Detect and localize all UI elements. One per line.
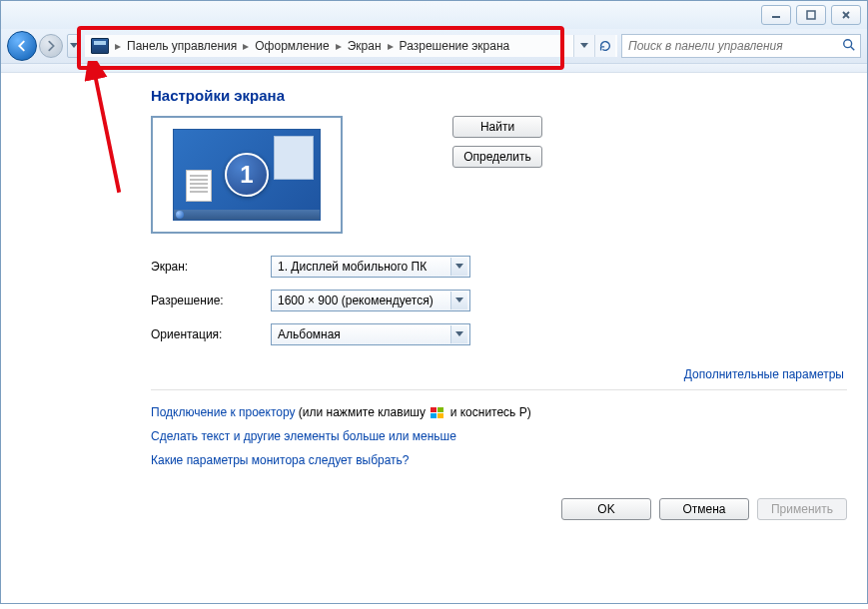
display-value: 1. Дисплей мобильного ПК [278, 260, 427, 274]
back-button[interactable] [7, 31, 37, 61]
preview-document-icon [186, 170, 212, 202]
advanced-settings-link[interactable]: Дополнительные параметры [684, 367, 844, 381]
svg-line-6 [851, 46, 855, 50]
which-monitor-link[interactable]: Какие параметры монитора следует выбрать… [151, 453, 410, 467]
chevron-right-icon[interactable]: ▸ [334, 39, 344, 53]
orientation-label: Ориентация: [151, 327, 271, 341]
crumb-resolution[interactable]: Разрешение экрана [396, 37, 514, 55]
address-dropdown[interactable] [573, 35, 594, 57]
chevron-down-icon[interactable] [450, 325, 467, 343]
search-input[interactable] [626, 38, 842, 54]
orientation-value: Альбомная [278, 327, 341, 341]
ok-button[interactable]: OK [561, 498, 651, 520]
control-panel-window: ▸ Панель управления ▸ Оформление ▸ Экран… [0, 0, 868, 604]
forward-button[interactable] [39, 34, 63, 58]
apply-button: Применить [757, 498, 847, 520]
maximize-button[interactable] [796, 5, 826, 25]
titlebar [1, 1, 867, 29]
svg-point-5 [844, 39, 852, 47]
minimize-button[interactable] [761, 5, 791, 25]
close-button[interactable] [831, 5, 861, 25]
toolbar-strip [1, 64, 867, 73]
cancel-button[interactable]: Отмена [659, 498, 749, 520]
svg-rect-2 [807, 11, 815, 19]
search-icon[interactable] [842, 38, 856, 55]
text-size-link[interactable]: Сделать текст и другие элементы больше и… [151, 429, 456, 443]
projector-hint-b: и коснитесь P) [446, 405, 530, 419]
separator [151, 389, 847, 390]
refresh-button[interactable] [594, 35, 615, 57]
detect-button[interactable]: Найти [452, 116, 542, 138]
preview-taskbar-icon [174, 210, 320, 220]
chevron-down-icon[interactable] [450, 258, 467, 276]
identify-button[interactable]: Определить [452, 146, 542, 168]
resolution-value: 1600 × 900 (рекомендуется) [278, 294, 434, 307]
crumb-appearance[interactable]: Оформление [251, 37, 333, 55]
crumb-control-panel[interactable]: Панель управления [123, 37, 241, 55]
chevron-right-icon[interactable]: ▸ [113, 39, 123, 53]
orientation-combo[interactable]: Альбомная [271, 323, 470, 345]
resolution-label: Разрешение: [151, 294, 271, 307]
projector-link[interactable]: Подключение к проектору [151, 405, 296, 419]
monitor-number-badge: 1 [225, 153, 269, 197]
svg-line-0 [94, 72, 119, 193]
windows-key-icon [431, 407, 444, 419]
control-panel-icon [91, 38, 109, 54]
display-combo[interactable]: 1. Дисплей мобильного ПК [271, 256, 470, 278]
page-title: Настройки экрана [151, 87, 847, 104]
chevron-down-icon[interactable] [450, 292, 467, 309]
navigation-bar: ▸ Панель управления ▸ Оформление ▸ Экран… [1, 29, 867, 64]
resolution-combo[interactable]: 1600 × 900 (рекомендуется) [271, 290, 470, 311]
annotation-arrow [34, 61, 127, 201]
chevron-right-icon[interactable]: ▸ [386, 39, 396, 53]
content-area: Настройки экрана 1 Найти Определить Экра… [1, 73, 867, 540]
crumb-display[interactable]: Экран [344, 37, 386, 55]
display-label: Экран: [151, 260, 271, 274]
projector-hint-a: (или нажмите клавишу [296, 405, 430, 419]
preview-window-icon [274, 136, 314, 180]
search-box[interactable] [621, 34, 861, 58]
chevron-right-icon[interactable]: ▸ [241, 39, 251, 53]
breadcrumb-bar[interactable]: ▸ Панель управления ▸ Оформление ▸ Экран… [85, 35, 617, 57]
history-dropdown[interactable] [67, 34, 81, 58]
monitor-preview[interactable]: 1 [151, 116, 343, 234]
